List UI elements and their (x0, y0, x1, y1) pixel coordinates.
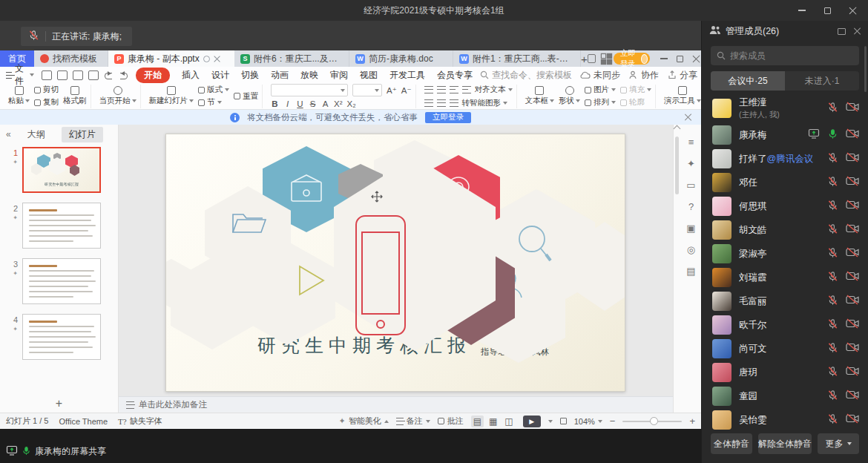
play-options-caret[interactable] (548, 420, 553, 423)
notice-close-icon[interactable] (684, 113, 692, 121)
increase-font-button[interactable]: A⁺ (387, 85, 397, 96)
presentation-tools-button[interactable]: 演示工具 (664, 86, 701, 106)
collapse-panel-button[interactable]: « (6, 129, 11, 139)
layout-button[interactable]: 版式 (198, 85, 229, 95)
mute-all-button[interactable]: 全体静音 (711, 433, 752, 454)
add-slide-button[interactable]: + (0, 395, 118, 413)
missing-font-status[interactable]: T? 缺失字体 (118, 416, 162, 427)
indent-decrease-icon[interactable] (450, 86, 458, 93)
close-button[interactable] (840, 0, 865, 21)
document-tab-docer[interactable]: 找稻壳模板 (34, 50, 108, 67)
menu-item-插入[interactable]: 插入 (182, 69, 200, 82)
member-row[interactable]: 邓任 (702, 171, 868, 194)
font-style-button-2[interactable]: U (296, 99, 304, 108)
menu-item-审阅[interactable]: 审阅 (330, 69, 348, 82)
minimize-button[interactable] (789, 0, 815, 21)
member-row[interactable]: 梁淑亭 (702, 242, 868, 266)
export-icon[interactable] (57, 70, 68, 80)
menu-item-开发工具[interactable]: 开发工具 (389, 69, 425, 82)
close-panel-icon[interactable] (853, 27, 861, 35)
align-left-icon[interactable] (424, 99, 433, 107)
member-row[interactable]: 打烊了@腾讯会议 (702, 147, 868, 171)
collaborate-button[interactable]: 协作 (629, 69, 659, 82)
menu-item-设计[interactable]: 设计 (211, 69, 229, 82)
beautify-wand-icon[interactable]: ✦ (685, 157, 698, 170)
slide-thumbnail-1[interactable]: 1✦研究生中期考核汇报 (0, 147, 118, 193)
member-row[interactable]: 康承梅 (702, 123, 868, 147)
member-row[interactable]: 欧千尔 (702, 313, 868, 337)
redo-icon[interactable] (119, 70, 128, 80)
font-style-button-3[interactable]: S (309, 99, 317, 108)
align-text-button[interactable]: 对齐文本 (475, 85, 513, 95)
numbering-icon[interactable] (437, 86, 446, 93)
shapes-button[interactable]: 形状 (559, 86, 580, 106)
screen-cast-icon[interactable]: ▭ (685, 178, 698, 191)
tab-grid-icon[interactable] (602, 54, 608, 64)
member-row[interactable]: 唐玥 (702, 361, 868, 384)
document-tab-doc2[interactable]: W附件1：重庆工商...表-康承梅(1) (453, 50, 581, 67)
slide-thumbnail-2[interactable]: 2✦ (0, 203, 118, 249)
member-search-box[interactable] (711, 46, 859, 65)
tab-outline[interactable]: 大纲 (20, 127, 53, 142)
slideshow-play-button[interactable]: ▶ (523, 416, 541, 427)
wps-login-button[interactable]: 立即登录 (614, 53, 650, 65)
save-icon[interactable] (42, 70, 52, 80)
tab-slides[interactable]: 幻灯片 (62, 127, 103, 142)
document-tab-sheet[interactable]: S附件6：重庆工...及学习情况汇总 (234, 50, 349, 67)
outline-button[interactable]: 轮廓 (620, 97, 651, 108)
font-style-button-4[interactable]: A (321, 99, 329, 108)
section-button[interactable]: 节 (198, 97, 229, 108)
unmute-all-button[interactable]: 解除全体静音 (758, 433, 812, 454)
theme-status[interactable]: Office Theme (59, 417, 108, 426)
reset-button[interactable]: 重置 (234, 91, 258, 102)
normal-view-icon[interactable]: ▤ (471, 416, 484, 427)
font-size-select[interactable] (352, 84, 382, 96)
member-row[interactable]: 尚可文 (702, 337, 868, 361)
command-search[interactable]: 查找命令、搜索模板 (480, 69, 572, 82)
menu-item-视图[interactable]: 视图 (360, 69, 378, 82)
smart-beautify-button[interactable]: ✦ 智能美化 (338, 416, 388, 427)
font-style-button-0[interactable]: B (271, 99, 279, 108)
align-center-icon[interactable] (437, 99, 446, 107)
read-mode-icon[interactable]: ▤ (685, 264, 698, 278)
slide-thumbnail-4[interactable]: 4✦ (0, 314, 118, 360)
maximize-button[interactable] (815, 0, 840, 21)
align-right-icon[interactable] (450, 99, 458, 107)
popout-panel-icon[interactable] (838, 28, 846, 35)
print-icon[interactable] (73, 70, 83, 80)
undo-icon[interactable] (104, 70, 114, 80)
document-tab-ppt[interactable]: P康承梅 - 副本.pptx (108, 50, 234, 67)
window-split-icon[interactable] (588, 54, 596, 63)
zoom-out-button[interactable]: − (610, 416, 616, 427)
wps-minimize-button[interactable] (656, 51, 672, 66)
font-style-button-1[interactable]: I (283, 99, 292, 108)
wps-restore-button[interactable] (672, 51, 688, 66)
close-tab-icon[interactable] (214, 56, 220, 62)
pin-tab-icon[interactable] (203, 56, 210, 62)
member-row[interactable]: 毛富丽 (702, 289, 868, 313)
share-button[interactable]: 分享 (668, 69, 697, 82)
help-icon[interactable]: ? (685, 200, 698, 213)
font-style-button-6[interactable]: X₂ (347, 99, 356, 108)
font-style-button-5[interactable]: X² (334, 99, 343, 108)
member-row[interactable]: 刘瑞霞 (702, 266, 868, 289)
decrease-font-button[interactable]: A⁻ (401, 85, 412, 96)
sync-status[interactable]: 未同步 (579, 69, 620, 82)
textbox-button[interactable]: 文本框 (525, 86, 555, 106)
zoom-knob[interactable] (650, 417, 658, 425)
member-row[interactable]: 胡文皓 (702, 218, 868, 242)
menu-item-会员专享[interactable]: 会员专享 (437, 69, 473, 82)
smart-graphic-button[interactable]: 转智能图形 (462, 98, 508, 108)
member-search-input[interactable] (730, 50, 841, 61)
comments-button[interactable]: 批注 (438, 416, 464, 427)
menu-item-动画[interactable]: 动画 (271, 69, 289, 82)
member-row[interactable]: 何思琪 (702, 194, 868, 218)
tab-in-meeting[interactable]: 会议中·25 (711, 71, 785, 91)
play-from-current-button[interactable]: 当页开始 (99, 86, 137, 106)
member-row[interactable]: 王维潼 (主持人, 我) (702, 93, 868, 123)
more-button[interactable]: 更多 (818, 433, 859, 454)
reading-view-icon[interactable]: ◫ (502, 416, 515, 427)
slide-sorter-icon[interactable]: ▦ (487, 416, 499, 427)
panel-scrollbar[interactable] (864, 46, 867, 92)
slide-canvas[interactable]: 研究生中期考核汇报 学生：康承梅 指导老师：汤凤林 (119, 125, 673, 396)
